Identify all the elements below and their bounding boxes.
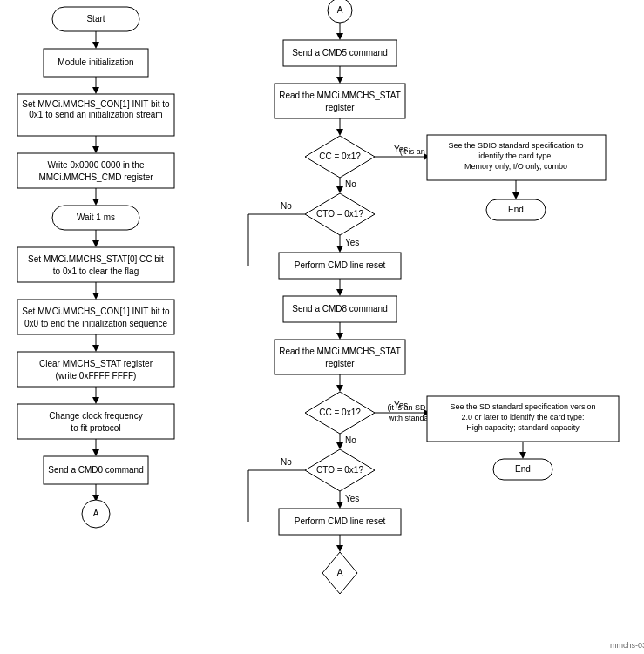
svg-rect-21 <box>17 300 174 334</box>
read-stat1-label: Read the MMCi.MMCHS_STAT <box>279 91 401 100</box>
no2b-label: No <box>281 457 292 467</box>
svg-marker-28 <box>92 397 99 404</box>
cc-q1-label: CC = 0x1? <box>319 152 361 161</box>
svg-marker-46 <box>336 129 343 136</box>
svg-rect-29 <box>17 404 174 439</box>
node-a-right-top-label: A <box>337 5 343 15</box>
flowchart-diagram: Start Module initialization Set MMCi.MMC… <box>0 0 644 654</box>
svg-marker-86 <box>519 452 526 459</box>
svg-marker-60 <box>512 192 519 199</box>
svg-text:High capacity; standard capaci: High capacity; standard capacity <box>466 423 580 432</box>
send-cmd5-label: Send a CMD5 command <box>292 48 388 57</box>
clear-stat-label: Clear MMCHS_STAT register <box>39 359 153 368</box>
svg-marker-13 <box>92 199 99 206</box>
watermark-label: mmchs-030 <box>610 641 644 650</box>
change-clock-label: Change clock frequency <box>49 411 142 421</box>
svg-marker-39 <box>336 33 343 40</box>
svg-text:0x1 to send an initialization : 0x1 to send an initialization stream <box>29 110 162 119</box>
svg-marker-2 <box>92 42 99 49</box>
set-cc-label: Set MMCi.MMCHS_STAT[0] CC bit <box>28 254 164 264</box>
svg-marker-90 <box>336 545 343 552</box>
send-cmd0-label: Send a CMD0 command <box>48 465 144 475</box>
sd-spec-label: See the SD standard specification versio… <box>450 402 595 411</box>
svg-marker-5 <box>92 87 99 94</box>
end1-label: End <box>508 205 524 214</box>
no1-label: No <box>345 179 356 189</box>
no1b-label: No <box>281 201 292 211</box>
set-init-0-label: Set MMCi.MMCHS_CON[1] INIT bit to <box>22 307 170 316</box>
yes1b-label: Yes <box>345 238 359 247</box>
module-init-label: Module initialization <box>58 57 133 67</box>
svg-rect-25 <box>17 352 174 387</box>
svg-text:register: register <box>325 359 355 368</box>
svg-text:Memory only, I/O only, combo: Memory only, I/O only, combo <box>464 162 567 171</box>
end2-label: End <box>515 464 531 474</box>
send-cmd8-label: Send a CMD8 command <box>292 304 388 314</box>
svg-marker-64 <box>336 289 343 296</box>
svg-rect-17 <box>17 247 174 282</box>
perform-reset1-label: Perform CMD line reset <box>295 260 386 270</box>
svg-marker-24 <box>92 345 99 352</box>
svg-marker-67 <box>336 333 343 340</box>
svg-text:to 0x1 to clear the flag: to 0x1 to clear the flag <box>53 266 139 276</box>
svg-marker-20 <box>92 293 99 300</box>
write-cmd-label: Write 0x0000 0000 in the <box>47 160 144 170</box>
svg-text:0x0 to end the initialization : 0x0 to end the initialization sequence <box>24 319 167 328</box>
sdio-spec-label: See the SDIO standard specification to <box>448 141 583 150</box>
svg-text:2.0 or later to identify the c: 2.0 or later to identify the card type: <box>461 413 584 421</box>
cto-q1-label: CTO = 0x1? <box>316 209 363 219</box>
svg-marker-81 <box>336 502 343 509</box>
yes2b-label: Yes <box>345 494 359 503</box>
svg-marker-51 <box>336 186 343 193</box>
cc-q2-label: CC = 0x1? <box>319 408 361 417</box>
svg-marker-55 <box>336 246 343 253</box>
svg-rect-10 <box>17 153 174 188</box>
no2-label: No <box>345 435 356 445</box>
wait-label: Wait 1 ms <box>77 212 115 222</box>
svg-text:(write 0xFFFF FFFF): (write 0xFFFF FFFF) <box>56 371 137 381</box>
svg-marker-71 <box>336 385 343 392</box>
svg-marker-9 <box>92 146 99 153</box>
svg-text:register: register <box>325 103 355 112</box>
start-label: Start <box>86 14 105 24</box>
svg-marker-42 <box>336 77 343 84</box>
svg-rect-43 <box>275 84 405 118</box>
read-stat2-label: Read the MMCi.MMCHS_STAT <box>279 347 401 356</box>
svg-text:MMCi.MMCHS_CMD register: MMCi.MMCHS_CMD register <box>38 172 153 182</box>
svg-text:identify the card type:: identify the card type: <box>478 152 553 160</box>
set-init-bit-label: Set MMCi.MMCHS_CON[1] INIT bit to <box>22 99 170 109</box>
node-a-left-label: A <box>93 509 99 518</box>
node-a-bottom-label: A <box>337 568 343 577</box>
svg-marker-16 <box>92 240 99 247</box>
svg-text:to fit protocol: to fit protocol <box>71 423 120 433</box>
svg-marker-77 <box>336 442 343 449</box>
svg-rect-68 <box>275 340 405 374</box>
perform-reset2-label: Perform CMD line reset <box>295 516 386 526</box>
svg-marker-32 <box>92 449 99 456</box>
cto-q2-label: CTO = 0x1? <box>316 465 363 475</box>
